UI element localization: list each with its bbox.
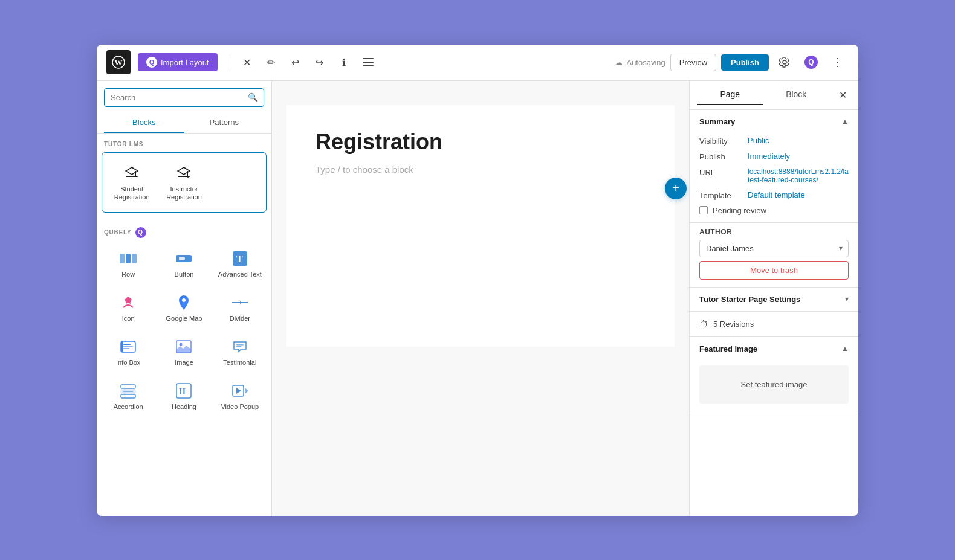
preview-label: Preview xyxy=(679,58,707,67)
qubely-logo-icon: Q xyxy=(135,227,146,238)
info-box-icon xyxy=(118,337,138,356)
panel-tab-page[interactable]: Page xyxy=(697,85,763,105)
block-info-box[interactable]: Info Box xyxy=(102,331,155,373)
search-input[interactable] xyxy=(104,88,264,107)
block-row[interactable]: Row xyxy=(102,243,155,285)
svg-rect-15 xyxy=(179,257,185,260)
summary-section-body: Visibility Public Publish Immediately UR… xyxy=(690,134,858,222)
close-button[interactable]: ✕ xyxy=(238,53,257,72)
svg-rect-24 xyxy=(123,344,131,345)
summary-title: Summary xyxy=(699,117,735,126)
video-popup-icon xyxy=(230,381,250,401)
undo-button[interactable]: ↩ xyxy=(286,53,305,72)
icon-block-icon xyxy=(118,293,138,312)
tutor-starter-row[interactable]: Tutor Starter Page Settings ▾ xyxy=(690,288,858,312)
template-value[interactable]: Default template xyxy=(748,190,849,199)
right-panel-header: Page Block ✕ xyxy=(690,81,858,110)
settings-button[interactable] xyxy=(774,51,795,73)
publish-button[interactable]: Publish xyxy=(721,54,769,71)
svg-point-20 xyxy=(182,298,186,302)
svg-rect-10 xyxy=(187,171,188,176)
canvas[interactable]: Registration Type / to choose a block + xyxy=(272,81,689,516)
heading-icon: H xyxy=(174,381,193,401)
block-student-registration[interactable]: Student Registration xyxy=(107,158,157,207)
featured-image-header[interactable]: Featured image ▲ xyxy=(690,337,858,361)
block-divider[interactable]: Divider xyxy=(213,287,267,329)
block-accordion[interactable]: Accordion xyxy=(102,375,155,417)
image-icon xyxy=(174,337,193,356)
page-title: Registration xyxy=(316,129,646,155)
toolbar: W Q Import Layout ✕ ✏ ↩ ↪ ℹ ☁ Autosaving… xyxy=(97,45,858,81)
tutor-starter-label: Tutor Starter Page Settings xyxy=(699,295,800,304)
svg-rect-32 xyxy=(121,385,135,388)
svg-text:T: T xyxy=(236,254,243,264)
svg-rect-8 xyxy=(178,176,190,177)
tab-blocks[interactable]: Blocks xyxy=(104,113,184,133)
right-panel-close-button[interactable]: ✕ xyxy=(834,86,851,103)
wp-logo-icon[interactable]: W xyxy=(106,50,131,74)
svg-rect-4 xyxy=(363,65,374,66)
svg-rect-25 xyxy=(123,346,133,347)
publish-label: Publish xyxy=(699,152,743,161)
search-icon: 🔍 xyxy=(248,92,258,102)
summary-section-header[interactable]: Summary ▲ xyxy=(690,110,858,134)
advanced-text-label: Advanced Text xyxy=(218,271,262,278)
student-registration-icon xyxy=(122,164,141,183)
svg-rect-2 xyxy=(363,58,374,59)
block-advanced-text[interactable]: T Advanced Text xyxy=(213,243,267,285)
tutor-blocks-grid: Student Registration Instructor Registra… xyxy=(102,152,267,213)
tutor-lms-header: TUTOR LMS xyxy=(102,141,267,147)
publish-value[interactable]: Immediately xyxy=(748,152,849,161)
block-video-popup[interactable]: Video Popup xyxy=(213,375,267,417)
block-heading[interactable]: H Heading xyxy=(157,375,210,417)
advanced-text-icon: T xyxy=(230,249,250,268)
set-featured-image-button[interactable]: Set featured image xyxy=(699,365,849,404)
info-button[interactable]: ℹ xyxy=(334,53,354,72)
svg-point-29 xyxy=(180,343,183,346)
body-area: 🔍 Blocks Patterns TUTOR LMS xyxy=(97,81,858,516)
block-placeholder[interactable]: Type / to choose a block xyxy=(316,164,646,175)
instructor-registration-label: Instructor Registration xyxy=(161,185,206,201)
autosaving-indicator: ☁ Autosaving xyxy=(615,58,665,67)
video-popup-label: Video Popup xyxy=(221,403,259,411)
svg-rect-26 xyxy=(123,348,129,349)
tools-button[interactable]: ✏ xyxy=(262,53,281,72)
button-icon xyxy=(174,249,193,268)
qubely-section: QUBELY Q Row xyxy=(97,220,271,425)
visibility-value[interactable]: Public xyxy=(748,136,849,145)
redo-button[interactable]: ↪ xyxy=(310,53,329,72)
qubely-blocks-grid: Row Button xyxy=(102,243,267,417)
block-button[interactable]: Button xyxy=(157,243,210,285)
autosaving-label: Autosaving xyxy=(626,58,665,67)
import-layout-button[interactable]: Q Import Layout xyxy=(138,53,218,71)
url-value[interactable]: localhost:8888/tutorLms2.1.2/latest-feat… xyxy=(748,167,849,184)
author-section: AUTHOR Daniel James Admin Move to trash xyxy=(690,223,858,288)
block-image[interactable]: Image xyxy=(157,331,210,373)
row-label: Row xyxy=(121,271,135,278)
add-block-button[interactable]: + xyxy=(665,178,687,199)
tab-patterns[interactable]: Patterns xyxy=(184,113,265,133)
preview-button[interactable]: Preview xyxy=(670,54,716,71)
list-view-button[interactable] xyxy=(358,53,378,72)
qubely-button[interactable]: Q xyxy=(800,51,822,73)
toolbar-divider-1 xyxy=(230,54,230,71)
move-to-trash-button[interactable]: Move to trash xyxy=(699,261,849,280)
revisions-row[interactable]: ⏱ 5 Revisions xyxy=(690,312,858,337)
panel-tab-block[interactable]: Block xyxy=(763,85,830,105)
sidebar: 🔍 Blocks Patterns TUTOR LMS xyxy=(97,81,272,516)
block-icon[interactable]: Icon xyxy=(102,287,155,329)
author-select[interactable]: Daniel James Admin xyxy=(699,240,849,257)
svg-rect-3 xyxy=(363,62,374,63)
block-google-map[interactable]: Google Map xyxy=(157,287,210,329)
google-map-icon xyxy=(174,293,193,312)
summary-section: Summary ▲ Visibility Public Publish Imme… xyxy=(690,110,858,223)
author-label: AUTHOR xyxy=(699,228,849,236)
svg-rect-34 xyxy=(121,394,135,398)
tutor-lms-section: TUTOR LMS Student Registration xyxy=(97,134,271,220)
more-options-button[interactable]: ⋮ xyxy=(827,51,849,73)
testimonial-label: Testimonial xyxy=(223,359,256,367)
pending-review-checkbox[interactable] xyxy=(699,206,708,214)
cloud-icon: ☁ xyxy=(615,58,623,67)
block-instructor-registration[interactable]: Instructor Registration xyxy=(159,158,209,207)
block-testimonial[interactable]: Testimonial xyxy=(213,331,267,373)
